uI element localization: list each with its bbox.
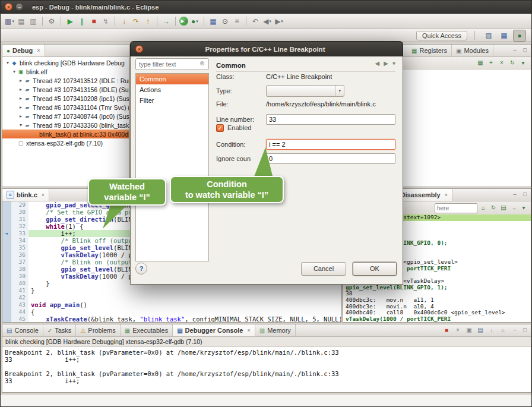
save-all-icon[interactable]: ▥: [28, 16, 39, 27]
tree-expander-icon[interactable]: ▾: [5, 60, 11, 65]
new-wizard-icon[interactable]: ▩▾: [4, 16, 15, 27]
maximize-icon[interactable]: □: [521, 190, 529, 199]
terminate-icon[interactable]: ■: [88, 16, 99, 27]
breakpoint-gutter[interactable]: [2, 258, 11, 266]
search-icon[interactable]: ⊙: [220, 16, 230, 27]
tab-debugger-console[interactable]: ▤Debugger Console×: [173, 324, 255, 336]
run-icon[interactable]: ▶▾: [179, 17, 188, 26]
refresh-icon[interactable]: ↻: [489, 204, 498, 212]
tab-blink-c[interactable]: c blink.c ×: [2, 189, 49, 201]
debug-tree-item[interactable]: ▾▰Thread #9 1073433360 (blink_task: [2, 121, 129, 130]
dialog-close-button[interactable]: ×: [135, 45, 143, 53]
open-perspective-icon[interactable]: ▨: [482, 30, 495, 42]
debug-tree-item[interactable]: ▾◆blink checking [GDB Hardware Debug: [2, 58, 129, 67]
show-source-icon[interactable]: ▤: [499, 204, 508, 212]
tab-console[interactable]: ▤Console: [2, 324, 43, 336]
perspective-cpp-icon[interactable]: ▦: [498, 30, 511, 42]
debug-tree-item[interactable]: ▸▰Thread #7 1073408744 (ipc0) (Susp: [2, 112, 129, 121]
close-icon[interactable]: ×: [247, 327, 250, 333]
breakpoint-gutter[interactable]: [2, 280, 11, 287]
tree-expander-icon[interactable]: ▾: [18, 122, 24, 128]
tab-registers[interactable]: ▦Registers: [407, 45, 452, 56]
ignore-count-field[interactable]: [266, 153, 395, 164]
instruction-stepping-icon[interactable]: →: [161, 16, 172, 27]
terminate-icon[interactable]: ■: [442, 326, 451, 335]
step-into-icon[interactable]: ↓: [119, 16, 129, 27]
window-minimize-button[interactable]: –: [15, 3, 23, 11]
scroll-lock-icon[interactable]: ↓: [487, 326, 496, 335]
minimize-icon[interactable]: –: [511, 46, 519, 55]
dialog-nav-common[interactable]: Common: [136, 74, 208, 84]
annotations-icon[interactable]: ≡: [232, 16, 242, 27]
remove-all-launches-icon[interactable]: ▣: [465, 326, 473, 335]
breakpoint-gutter[interactable]: [2, 287, 11, 294]
breakpoint-gutter[interactable]: [2, 201, 11, 209]
maximize-icon[interactable]: □: [521, 326, 529, 335]
debug-icon[interactable]: ●▾: [189, 16, 200, 27]
layout-icon[interactable]: ▦: [476, 59, 484, 67]
disconnect-icon[interactable]: ↯: [100, 16, 111, 27]
debug-tree-item[interactable]: ▸▰Thread #5 1073410208 (ipc1) (Susp: [2, 94, 129, 103]
tree-expander-icon[interactable]: ▸: [18, 96, 24, 101]
breakpoint-gutter[interactable]: [2, 301, 11, 308]
ok-button[interactable]: OK: [353, 262, 397, 276]
tree-expander-icon[interactable]: ▾: [11, 69, 17, 74]
last-edit-location-icon[interactable]: ↶: [250, 16, 261, 27]
view-menu-icon[interactable]: ▾: [520, 204, 528, 212]
debug-tree-item[interactable]: ▸▰Thread #3 1073413156 (IDLE) (Susp: [2, 85, 129, 94]
minimize-icon[interactable]: –: [511, 190, 519, 199]
dialog-nav-filter[interactable]: Filter: [136, 95, 208, 106]
dialog-nav-actions[interactable]: Actions: [136, 84, 208, 95]
breakpoint-gutter[interactable]: →: [2, 230, 11, 237]
enabled-checkbox[interactable]: ✓: [216, 124, 224, 132]
disassembly-location-input[interactable]: [435, 203, 477, 213]
breakpoint-gutter[interactable]: [2, 244, 11, 251]
pin-console-icon[interactable]: ⌂: [499, 326, 507, 335]
close-icon[interactable]: ×: [37, 48, 40, 53]
debug-tree-item[interactable]: →blink_task() at blink.c:33 0x400db: [2, 130, 129, 138]
tab-tasks[interactable]: ✓Tasks: [43, 324, 77, 336]
debug-tree-item[interactable]: ▸▰Thread #2 1073413512 (IDLE : Runn: [2, 76, 129, 85]
perspective-debug-icon[interactable]: ●: [513, 30, 526, 42]
maximize-icon[interactable]: □: [521, 46, 529, 55]
minimize-icon[interactable]: –: [511, 326, 519, 335]
dialog-filter-input[interactable]: [135, 58, 209, 70]
breakpoint-gutter[interactable]: [2, 209, 11, 216]
console-output[interactable]: Breakpoint 2, blink_task (pvParameter=0x…: [2, 347, 531, 392]
tree-expander-icon[interactable]: ▸: [18, 113, 24, 119]
window-close-button[interactable]: ×: [5, 3, 12, 11]
cancel-button[interactable]: Cancel: [301, 262, 346, 276]
remove-register-group-icon[interactable]: ×: [498, 59, 506, 67]
refresh-icon[interactable]: ↻: [508, 59, 517, 67]
tab-debug[interactable]: ● Debug ×: [2, 45, 45, 56]
forward-icon[interactable]: ▶▾: [274, 16, 284, 27]
breakpoint-gutter[interactable]: [2, 237, 11, 244]
help-button[interactable]: ?: [135, 263, 147, 275]
breakpoint-gutter[interactable]: [2, 251, 11, 258]
close-icon[interactable]: ×: [42, 192, 45, 198]
debug-tree-item[interactable]: ▢xtensa-esp32-elf-gdb (7.10): [2, 138, 129, 147]
forward-icon[interactable]: ▶: [384, 60, 388, 67]
breakpoint-gutter[interactable]: [2, 315, 11, 322]
suspend-icon[interactable]: ∥: [77, 16, 87, 27]
tab-problems[interactable]: ⚠Problems: [76, 324, 120, 336]
home-icon[interactable]: ⌂: [479, 204, 487, 212]
breakpoint-gutter[interactable]: [2, 294, 11, 301]
remove-launch-icon[interactable]: ×: [454, 326, 462, 335]
view-menu-icon[interactable]: ▾: [519, 59, 527, 67]
tab-executables[interactable]: ▦Executables: [121, 324, 173, 336]
back-icon[interactable]: ◀: [375, 60, 380, 67]
view-menu-icon[interactable]: ▾: [392, 60, 395, 67]
breakpoint-gutter[interactable]: [2, 273, 11, 280]
tab-memory[interactable]: ▥Memory: [255, 324, 296, 336]
clear-filter-icon[interactable]: ⊗: [200, 60, 204, 67]
resume-icon[interactable]: ▶: [65, 16, 75, 27]
breakpoint-gutter[interactable]: [2, 216, 11, 223]
debug-tree-item[interactable]: ▾▣blink.elf: [2, 67, 129, 76]
back-icon[interactable]: ◀▾: [262, 16, 273, 27]
add-register-group-icon[interactable]: +: [487, 59, 495, 67]
new-cpp-project-icon[interactable]: ▦: [208, 16, 218, 27]
breakpoint-gutter[interactable]: [2, 308, 11, 315]
tab-modules[interactable]: ▣Modules: [452, 45, 493, 56]
step-over-icon[interactable]: ↷: [131, 16, 141, 27]
